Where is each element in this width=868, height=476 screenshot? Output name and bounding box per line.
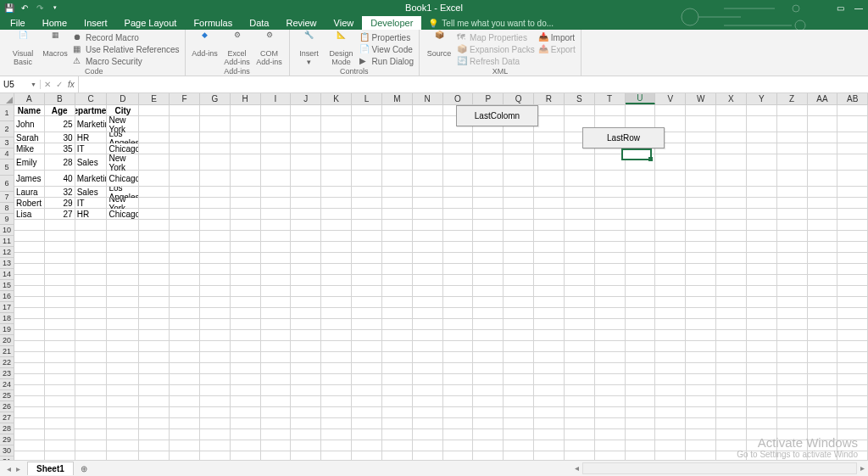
cell[interactable]	[139, 330, 170, 341]
cell[interactable]	[837, 374, 868, 385]
cell[interactable]	[595, 385, 626, 396]
design-mode-button[interactable]: 📐Design Mode	[327, 31, 356, 67]
cell[interactable]	[473, 451, 504, 460]
cell[interactable]	[261, 264, 292, 275]
cell[interactable]	[473, 143, 504, 154]
cell[interactable]	[595, 297, 626, 308]
cell[interactable]	[565, 286, 595, 297]
cell[interactable]	[14, 220, 45, 231]
cell[interactable]	[626, 418, 656, 429]
cell[interactable]	[837, 154, 868, 171]
cell[interactable]	[75, 451, 108, 460]
cell[interactable]	[808, 231, 838, 242]
cell[interactable]	[261, 319, 292, 330]
col-header-N[interactable]: N	[413, 93, 443, 104]
cell[interactable]	[626, 209, 656, 220]
cell[interactable]	[45, 363, 75, 374]
col-header-H[interactable]: H	[231, 93, 261, 104]
cell[interactable]	[200, 187, 231, 198]
cell[interactable]	[352, 385, 382, 396]
cell[interactable]	[14, 286, 45, 297]
cell[interactable]	[261, 286, 292, 297]
cell[interactable]	[413, 407, 443, 418]
cell[interactable]	[595, 105, 626, 116]
cell[interactable]	[291, 341, 321, 352]
cell[interactable]	[837, 105, 868, 116]
tab-page-layout[interactable]: Page Layout	[116, 16, 186, 30]
cell[interactable]	[382, 352, 413, 363]
cell[interactable]	[808, 374, 838, 385]
cell[interactable]	[413, 418, 443, 429]
cell[interactable]	[626, 297, 656, 308]
cell[interactable]	[139, 275, 170, 286]
cell[interactable]	[686, 253, 716, 264]
cell[interactable]	[291, 330, 321, 341]
cell[interactable]	[808, 418, 838, 429]
col-header-V[interactable]: V	[655, 93, 686, 104]
cell[interactable]	[200, 352, 231, 363]
cell[interactable]	[443, 187, 474, 198]
cell[interactable]	[291, 253, 321, 264]
cell[interactable]	[837, 264, 868, 275]
cell[interactable]	[777, 385, 808, 396]
cell[interactable]	[837, 363, 868, 374]
cell[interactable]	[777, 231, 808, 242]
cell[interactable]	[777, 264, 808, 275]
cell[interactable]	[473, 286, 504, 297]
row-header-17[interactable]: 17	[0, 302, 14, 313]
cell[interactable]	[291, 198, 321, 209]
row-header-9[interactable]: 9	[0, 214, 14, 225]
cell[interactable]	[291, 429, 321, 440]
col-header-U[interactable]: U	[626, 93, 656, 104]
cell[interactable]	[837, 275, 868, 286]
cell[interactable]	[200, 198, 231, 209]
cell[interactable]	[777, 116, 808, 132]
cell[interactable]	[595, 440, 626, 451]
cell[interactable]	[777, 418, 808, 429]
cell[interactable]	[747, 286, 777, 297]
row-header-25[interactable]: 25	[0, 390, 14, 401]
cell[interactable]	[716, 116, 747, 132]
cell[interactable]	[231, 286, 261, 297]
addins-button[interactable]: ◆Add-ins	[191, 31, 220, 59]
cell[interactable]	[14, 297, 45, 308]
cell[interactable]	[231, 330, 261, 341]
cell[interactable]	[443, 308, 474, 319]
cell[interactable]	[655, 429, 686, 440]
cell[interactable]	[352, 154, 382, 171]
cell[interactable]	[534, 319, 565, 330]
cell[interactable]	[139, 363, 170, 374]
cell[interactable]	[107, 264, 139, 275]
cell[interactable]	[626, 440, 656, 451]
cell[interactable]	[352, 440, 382, 451]
excel-addins-button[interactable]: ⚙Excel Add-ins	[223, 31, 252, 67]
use-relative-refs-button[interactable]: ▦Use Relative References	[73, 43, 180, 55]
col-header-Z[interactable]: Z	[777, 93, 808, 104]
cell[interactable]	[504, 198, 534, 209]
cell[interactable]	[413, 154, 443, 171]
cell[interactable]	[45, 231, 75, 242]
col-header-A[interactable]: A	[14, 93, 45, 104]
cell[interactable]	[534, 352, 565, 363]
row-header-12[interactable]: 12	[0, 247, 14, 258]
cell[interactable]	[261, 143, 292, 154]
row-header-22[interactable]: 22	[0, 357, 14, 368]
cell[interactable]	[139, 264, 170, 275]
cell[interactable]	[716, 319, 747, 330]
cell[interactable]	[261, 451, 292, 460]
cell[interactable]	[534, 154, 565, 171]
cell[interactable]	[382, 231, 413, 242]
cell[interactable]	[686, 429, 716, 440]
cell[interactable]	[200, 143, 231, 154]
cell[interactable]	[200, 418, 231, 429]
cell[interactable]	[716, 220, 747, 231]
cell[interactable]	[321, 198, 352, 209]
col-header-X[interactable]: X	[716, 93, 747, 104]
cell[interactable]	[777, 209, 808, 220]
cell[interactable]	[565, 297, 595, 308]
cell[interactable]	[352, 363, 382, 374]
cell[interactable]	[443, 143, 474, 154]
cell[interactable]	[747, 418, 777, 429]
cell[interactable]	[837, 341, 868, 352]
col-header-F[interactable]: F	[170, 93, 200, 104]
